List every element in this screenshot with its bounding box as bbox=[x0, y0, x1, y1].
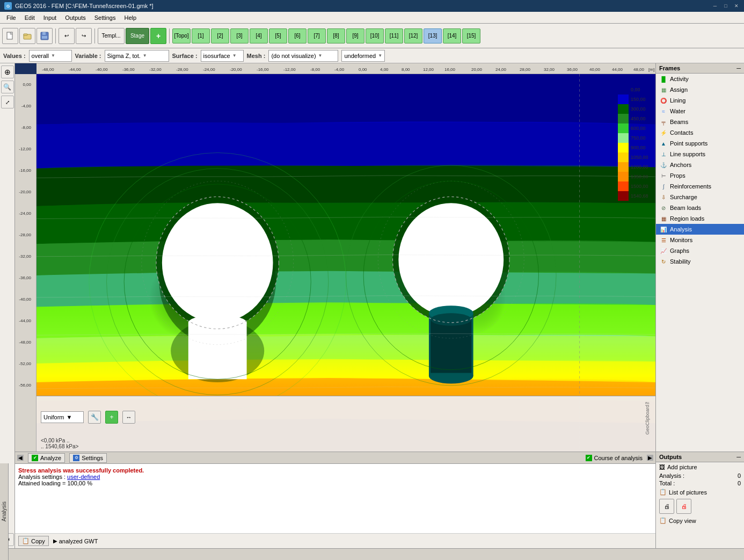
panel-anchors[interactable]: ⚓ Anchors bbox=[656, 159, 744, 170]
stage-3[interactable]: [3] bbox=[230, 28, 249, 43]
scale-color-8 bbox=[618, 162, 629, 172]
menu-input[interactable]: Input bbox=[39, 13, 61, 22]
panel-surcharge[interactable]: ⇩ Surcharge bbox=[656, 192, 744, 202]
list-pictures-button[interactable]: 📋 List of pictures bbox=[656, 487, 744, 497]
menu-settings[interactable]: Settings bbox=[90, 13, 120, 22]
course-btn[interactable]: ✔ Course of analysis bbox=[586, 455, 643, 461]
minimize-button[interactable]: ─ bbox=[712, 3, 718, 9]
panel-assign[interactable]: ▦ Assign bbox=[656, 84, 744, 95]
surface-select[interactable]: isosurface ▼ bbox=[201, 50, 244, 62]
scale-color-2 bbox=[618, 104, 629, 114]
panel-region-loads[interactable]: ▦ Region loads bbox=[656, 213, 744, 224]
copy-button[interactable]: 📋 Copy bbox=[18, 536, 49, 546]
svg-text:-8,00: -8,00 bbox=[310, 67, 320, 72]
values-select[interactable]: overall ▼ bbox=[29, 50, 72, 62]
mesh-arrow: ▼ bbox=[318, 53, 323, 58]
mesh-select[interactable]: (do not visualize) ▼ bbox=[268, 50, 338, 62]
variable-select[interactable]: Sigma Z, tot. ▼ bbox=[105, 50, 169, 62]
svg-text:-52,00: -52,00 bbox=[19, 361, 31, 366]
user-defined-link[interactable]: user-defined bbox=[67, 474, 100, 480]
svg-text:-12,00: -12,00 bbox=[283, 67, 296, 72]
fit-tool[interactable]: ⤢ bbox=[1, 96, 14, 108]
panel-props[interactable]: ⊢ Props bbox=[656, 170, 744, 181]
analyze-tab-btn[interactable]: ✔ Analyze bbox=[28, 453, 65, 463]
panel-line-supports[interactable]: ⊥ Line supports bbox=[656, 149, 744, 159]
stage-13[interactable]: [13] bbox=[424, 28, 442, 43]
viz-add-button[interactable]: + bbox=[105, 411, 118, 424]
undo-button[interactable]: ↩ bbox=[59, 28, 75, 44]
menu-outputs[interactable]: Outputs bbox=[61, 13, 90, 22]
deform-select[interactable]: undeformed ▼ bbox=[341, 50, 385, 62]
settings-tab-btn[interactable]: ⚙ Settings bbox=[69, 453, 107, 463]
panel-activity[interactable]: █ Activity bbox=[656, 74, 744, 84]
panel-graphs[interactable]: 📈 Graphs bbox=[656, 245, 744, 256]
panel-analysis[interactable]: 📊 Analysis bbox=[656, 224, 744, 235]
stage-7[interactable]: [7] bbox=[308, 28, 326, 43]
geoclipboard-label: GeoClipboard™ bbox=[644, 398, 651, 436]
viz-arrow-button[interactable]: ↔ bbox=[122, 411, 135, 424]
panel-reinforcements[interactable]: ∫ Reinforcements bbox=[656, 181, 744, 192]
cursor-tool[interactable]: ⊕ bbox=[1, 66, 14, 78]
panel-beam-loads[interactable]: ⊘ Beam loads bbox=[656, 202, 744, 213]
panel-beams[interactable]: ╤ Beams bbox=[656, 117, 744, 127]
scale-color-3 bbox=[618, 114, 629, 123]
stage-2[interactable]: [2] bbox=[211, 28, 229, 43]
close-button[interactable]: ✕ bbox=[733, 3, 740, 9]
zoom-tool[interactable]: 🔍 bbox=[1, 81, 14, 93]
canvas-panels-row: -48,00 -44,00 -40,00 -36,00 -32,00 -28,0… bbox=[15, 63, 744, 452]
stage-14[interactable]: [14] bbox=[443, 28, 461, 43]
menu-help[interactable]: Help bbox=[120, 13, 141, 22]
canvas-area[interactable]: -48,00 -44,00 -40,00 -36,00 -32,00 -28,0… bbox=[15, 63, 655, 452]
scale-row: 150,00 bbox=[618, 94, 650, 104]
visualization-canvas[interactable]: 0,00 150,00 300,00 bbox=[37, 74, 655, 452]
scale-row: 450,00 bbox=[618, 114, 650, 123]
panel-contacts[interactable]: ⚡ Contacts bbox=[656, 127, 744, 138]
svg-text:-36,00: -36,00 bbox=[122, 67, 135, 72]
template-button[interactable]: Templ... bbox=[98, 28, 125, 44]
frames-collapse[interactable]: ─ bbox=[736, 65, 741, 71]
stage-12[interactable]: [12] bbox=[404, 28, 422, 43]
beams-icon: ╤ bbox=[659, 118, 668, 126]
toolbar-sep-2 bbox=[94, 28, 95, 43]
save-button[interactable] bbox=[37, 28, 53, 44]
scale-label-7: 1050,00 bbox=[631, 155, 648, 160]
panel-lining[interactable]: ⭕ Lining bbox=[656, 95, 744, 106]
copy-view-button[interactable]: 📋 Copy view bbox=[656, 515, 744, 526]
panel-monitors[interactable]: ☰ Monitors bbox=[656, 235, 744, 245]
stage-5[interactable]: [5] bbox=[269, 28, 287, 43]
stage-4[interactable]: [4] bbox=[250, 28, 268, 43]
stage-topo[interactable]: [Topo] bbox=[172, 28, 191, 43]
add-picture-button[interactable]: 🖼 Add picture bbox=[656, 462, 744, 472]
redo-button[interactable]: ↪ bbox=[76, 28, 92, 44]
panel-point-supports[interactable]: ▲ Point supports bbox=[656, 138, 744, 149]
add-stage-button[interactable]: + bbox=[150, 28, 166, 44]
stage-6[interactable]: [6] bbox=[288, 28, 307, 43]
wrench-button[interactable]: 🔧 bbox=[88, 411, 101, 424]
menu-edit[interactable]: Edit bbox=[20, 13, 39, 22]
collapse-btn-right[interactable]: ▶ bbox=[647, 455, 653, 461]
menu-file[interactable]: File bbox=[2, 13, 20, 22]
stage-11[interactable]: [11] bbox=[385, 28, 403, 43]
stage-9[interactable]: [9] bbox=[346, 28, 364, 43]
open-button[interactable] bbox=[19, 28, 35, 44]
scale-color-5 bbox=[618, 133, 629, 143]
stage-8[interactable]: [8] bbox=[327, 28, 345, 43]
collapse-btn-left[interactable]: ◀ bbox=[17, 455, 24, 461]
print-button[interactable]: 🖨 bbox=[659, 499, 674, 514]
new-button[interactable] bbox=[2, 28, 18, 44]
stage-15[interactable]: [15] bbox=[462, 28, 480, 43]
maximize-button[interactable]: □ bbox=[723, 3, 729, 9]
stage-10[interactable]: [10] bbox=[366, 28, 384, 43]
print-red-button[interactable]: 🖨 bbox=[676, 499, 691, 514]
panel-water[interactable]: ≈ Water bbox=[656, 106, 744, 117]
svg-rect-5 bbox=[42, 32, 46, 35]
uniform-select[interactable]: Uniform ▼ bbox=[41, 411, 84, 423]
stage-1[interactable]: [1] bbox=[192, 28, 210, 43]
panel-stability[interactable]: ↻ Stability bbox=[656, 256, 744, 267]
toolbar-sep-3 bbox=[169, 28, 170, 43]
svg-point-60 bbox=[398, 203, 504, 316]
stage-button[interactable]: Stage bbox=[126, 28, 149, 44]
gwt-button[interactable]: ▶ analyzed GWT bbox=[51, 538, 98, 544]
outputs-collapse[interactable]: ─ bbox=[736, 454, 741, 460]
canvas-right-container: -48,00 -44,00 -40,00 -36,00 -32,00 -28,0… bbox=[15, 63, 744, 548]
